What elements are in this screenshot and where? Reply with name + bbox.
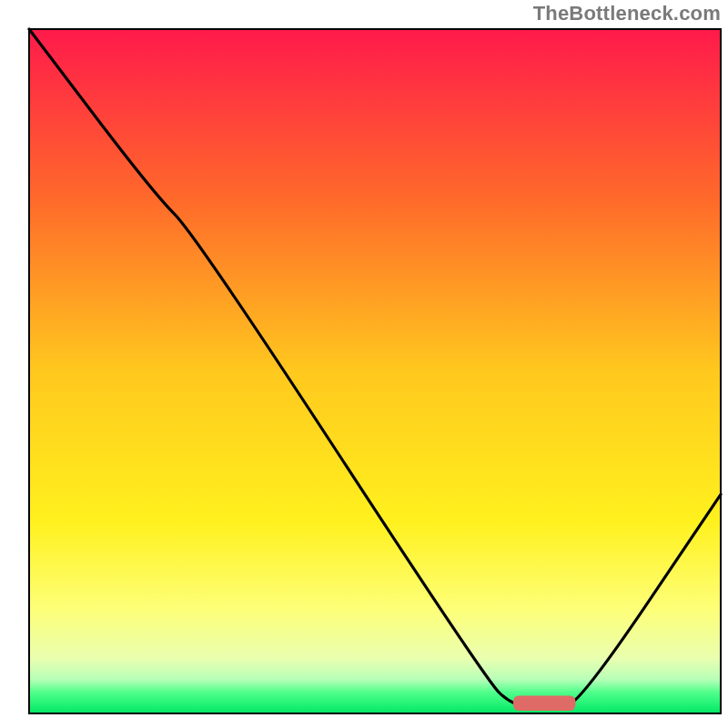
bottleneck-plot bbox=[0, 0, 728, 728]
optimal-marker bbox=[513, 695, 575, 711]
plot-background bbox=[29, 29, 721, 713]
chart-frame: TheBottleneck.com bbox=[0, 0, 728, 728]
